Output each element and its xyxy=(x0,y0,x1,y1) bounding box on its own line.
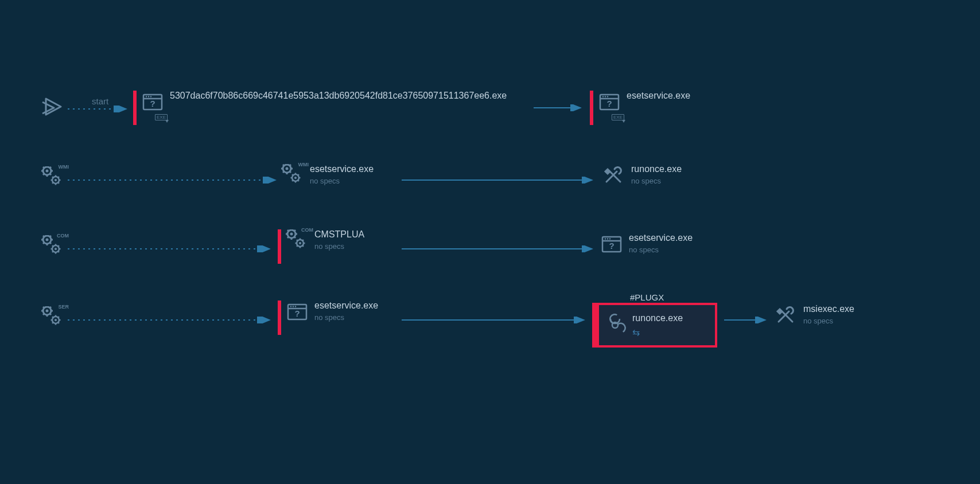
gears-icon: COM xyxy=(41,235,64,258)
arrow xyxy=(724,317,770,323)
malware-highlight-box[interactable]: runonce.exe ⇆ xyxy=(592,303,717,348)
threat-indicator-bar xyxy=(594,305,599,345)
malware-tag: #PLUGX xyxy=(630,292,664,302)
ser-source-node[interactable]: SER xyxy=(41,306,64,329)
arrow-dotted xyxy=(68,245,274,252)
process-name: runonce.exe xyxy=(631,164,682,174)
process-spec: no specs xyxy=(314,242,364,251)
wmi-source-node[interactable]: WMI xyxy=(41,166,64,189)
arrow xyxy=(402,317,589,323)
process-node-msiexec[interactable]: msiexec.exe no specs xyxy=(775,304,854,327)
arrow-dotted xyxy=(68,177,280,184)
network-activity-icon: ⇆ xyxy=(632,327,683,338)
gear-tag: WMI xyxy=(59,164,69,170)
threat-indicator-bar xyxy=(278,300,281,335)
window-unknown-icon: EXE xyxy=(141,91,164,114)
exe-badge: EXE xyxy=(612,114,624,120)
window-unknown-icon: EXE xyxy=(598,91,621,114)
window-unknown-icon xyxy=(600,233,623,256)
process-node-hash-exe[interactable]: EXE 5307dac6f70b86c669c46741e5953a13db69… xyxy=(133,91,507,125)
edge-label-start: start xyxy=(92,96,108,106)
process-node-esetservice-wmi[interactable]: WMI esetservice.exe no specs xyxy=(281,164,374,187)
threat-indicator-bar xyxy=(278,229,281,264)
gear-tag: SER xyxy=(58,304,69,310)
process-name: esetservice.exe xyxy=(629,233,693,243)
process-spec: no specs xyxy=(629,245,693,254)
process-node-cmstplua[interactable]: COM CMSTPLUA no specs xyxy=(278,229,364,264)
process-name: esetservice.exe xyxy=(314,300,378,311)
gear-tag: COM xyxy=(301,227,313,233)
tools-icon xyxy=(775,304,798,327)
process-name: 5307dac6f70b86c669c46741e5953a13db692054… xyxy=(170,91,507,101)
process-name: runonce.exe xyxy=(632,313,683,323)
window-unknown-icon xyxy=(286,300,309,323)
process-spec: no specs xyxy=(803,317,854,325)
process-node-esetservice-r4[interactable]: esetservice.exe no specs xyxy=(278,300,378,335)
arrow xyxy=(402,245,597,252)
process-name: CMSTPLUA xyxy=(314,229,364,240)
gear-tag: WMI xyxy=(298,162,309,167)
process-name: esetservice.exe xyxy=(627,91,690,101)
tools-icon xyxy=(602,164,625,187)
play-logo-icon xyxy=(41,95,64,118)
threat-indicator-bar xyxy=(590,91,593,125)
process-name: esetservice.exe xyxy=(310,164,374,174)
com-source-node[interactable]: COM xyxy=(41,235,64,258)
gears-icon: WMI xyxy=(281,164,304,187)
arrow-dotted xyxy=(68,317,274,323)
process-spec: no specs xyxy=(314,313,378,322)
process-node-esetservice-r3[interactable]: esetservice.exe no specs xyxy=(600,233,693,256)
process-spec: no specs xyxy=(310,177,374,185)
process-spec: no specs xyxy=(631,177,682,185)
arrow xyxy=(402,177,597,184)
exe-badge: EXE xyxy=(155,114,168,120)
process-node-esetservice-r1[interactable]: EXE esetservice.exe xyxy=(590,91,690,125)
play-source-node[interactable] xyxy=(41,95,64,118)
threat-indicator-bar xyxy=(133,91,137,125)
process-name: msiexec.exe xyxy=(803,304,854,314)
process-node-runonce-r2[interactable]: runonce.exe no specs xyxy=(602,164,682,187)
gears-icon: COM xyxy=(286,229,309,252)
arrow xyxy=(534,104,585,111)
biohazard-icon xyxy=(604,314,627,337)
gears-icon: WMI xyxy=(41,166,64,189)
arrow-start xyxy=(68,106,131,112)
gears-icon: SER xyxy=(41,306,64,329)
gear-tag: COM xyxy=(57,233,69,239)
